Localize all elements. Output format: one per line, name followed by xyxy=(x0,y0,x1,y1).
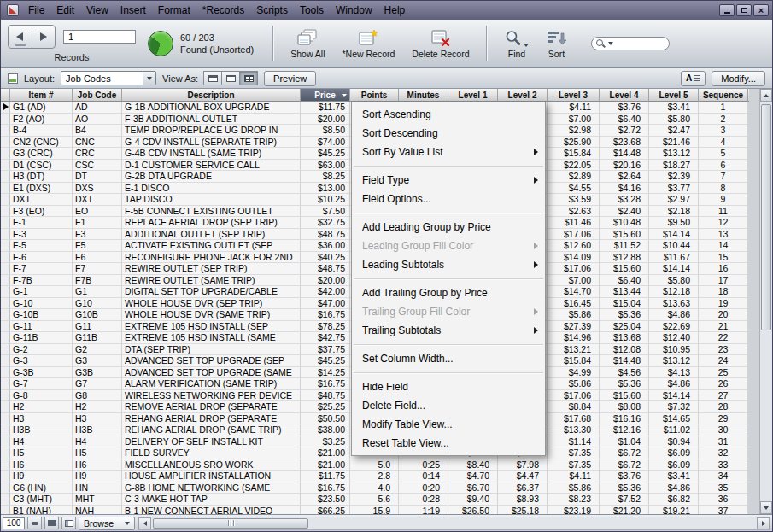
cell-level-4[interactable]: $4.16 xyxy=(600,183,649,195)
cell-level-4[interactable]: $15.60 xyxy=(600,229,649,241)
context-menu-item-modify-table-view[interactable]: Modify Table View... xyxy=(352,415,545,434)
cell-sequence[interactable]: 24 xyxy=(699,355,748,367)
table-view-button[interactable] xyxy=(239,71,258,85)
column-header-item[interactable]: Item # xyxy=(10,89,73,102)
cell-item[interactable]: G-2 xyxy=(10,344,73,356)
cell-level-4[interactable]: $15.04 xyxy=(600,298,649,310)
cell-price[interactable]: $16.75 xyxy=(301,378,350,390)
cell-job-code[interactable]: H3B xyxy=(73,424,122,436)
cell-item[interactable]: H6 xyxy=(10,459,73,471)
cell-level-4[interactable]: $14.48 xyxy=(600,148,649,160)
cell-level-3[interactable]: $23.19 xyxy=(548,506,600,515)
cell-description[interactable]: RECONFIGURE PHONE JACK FOR 2ND xyxy=(122,252,301,264)
cell-description[interactable]: ACTIVATE EXISTING OUTLET (SEP xyxy=(122,240,301,252)
cell-job-code[interactable]: B4 xyxy=(73,125,122,137)
cell-sequence[interactable]: 1 xyxy=(699,102,748,114)
cell-level-3[interactable]: $14.70 xyxy=(548,286,600,298)
cell-level-5[interactable]: $10.44 xyxy=(649,240,699,252)
cell-level-5[interactable]: $0.94 xyxy=(649,436,699,448)
zoom-level[interactable]: 100 xyxy=(3,517,25,529)
cell-level-5[interactable]: $12.40 xyxy=(649,332,699,344)
cell-description[interactable]: G-8B HOME NETWORKING (SAME xyxy=(122,482,301,494)
cell-sequence[interactable]: 25 xyxy=(699,367,748,379)
cell-price[interactable]: $37.75 xyxy=(301,344,350,356)
cell-job-code[interactable]: F7B xyxy=(73,275,122,287)
menubar-item-view[interactable]: View xyxy=(80,2,114,19)
cell-level-4[interactable]: $5.36 xyxy=(600,378,649,390)
vertical-scroll-thumb[interactable] xyxy=(761,104,771,330)
form-view-button[interactable] xyxy=(203,71,222,85)
cell-sequence[interactable]: 3 xyxy=(699,125,748,137)
cell-level-5[interactable]: $14.14 xyxy=(649,263,699,275)
cell-level-4[interactable]: $5.36 xyxy=(600,482,649,494)
cell-item[interactable]: H3 (DT) xyxy=(10,171,73,183)
column-header-points[interactable]: Points xyxy=(350,89,399,102)
cell-level-3[interactable]: $7.00 xyxy=(548,275,600,287)
cell-item[interactable]: DXT xyxy=(10,194,73,206)
menubar-item-tools[interactable]: Tools xyxy=(294,2,330,19)
sort-button[interactable]: Sort xyxy=(546,28,566,59)
cell-item[interactable]: H9 xyxy=(10,471,73,482)
cell-item[interactable]: G-11 xyxy=(10,321,73,333)
cell-level-5[interactable]: $2.97 xyxy=(649,194,699,206)
cell-job-code[interactable]: HN xyxy=(73,482,122,494)
cell-price[interactable]: $21.00 xyxy=(301,447,350,459)
record-number-field[interactable]: 1 xyxy=(63,30,136,44)
cell-level-5[interactable]: $18.27 xyxy=(649,160,699,172)
cell-points[interactable]: 2.8 xyxy=(350,471,399,482)
cell-sequence[interactable]: 33 xyxy=(699,459,748,471)
cell-price[interactable]: $63.00 xyxy=(301,160,350,172)
column-menu-arrow-icon[interactable] xyxy=(342,94,347,97)
cell-description[interactable]: DELIVERY OF SELF INSTALL KIT xyxy=(122,436,301,448)
context-menu-item-add-leading-group-by-price[interactable]: Add Leading Group by Price xyxy=(352,218,545,237)
cell-points[interactable]: 5.0 xyxy=(350,459,399,471)
cell-level-4[interactable]: $4.56 xyxy=(600,367,649,379)
cell-level-5[interactable]: $19.21 xyxy=(649,506,699,515)
cell-sequence[interactable]: 22 xyxy=(699,332,748,344)
cell-description[interactable]: HOUSE AMPLIFIER INSTALLATION xyxy=(122,471,301,482)
cell-level-5[interactable]: $6.09 xyxy=(649,447,699,459)
cell-price[interactable]: $40.25 xyxy=(301,252,350,264)
cell-level-4[interactable]: $6.40 xyxy=(600,114,649,126)
quick-find-input[interactable] xyxy=(591,37,670,50)
cell-item[interactable]: H3 xyxy=(10,413,73,425)
cell-minutes[interactable]: 0:28 xyxy=(399,494,448,506)
menubar-item-window[interactable]: Window xyxy=(330,2,378,19)
cell-price[interactable]: $11.75 xyxy=(301,102,350,114)
cell-description[interactable]: WIRELESS NETWORKING PER DEVICE xyxy=(122,390,301,402)
cell-level-2[interactable]: $4.47 xyxy=(498,471,548,482)
delete-record-button[interactable]: Delete Record xyxy=(412,28,469,59)
cell-sequence[interactable]: 15 xyxy=(699,252,748,264)
cell-description[interactable]: G-4 CDV INSTALL (SEPARATE TRIP) xyxy=(122,137,301,149)
cell-level-3[interactable]: $12.60 xyxy=(548,240,600,252)
cell-sequence[interactable]: 9 xyxy=(699,194,748,206)
cell-description[interactable]: TEMP DROP/REPLACE UG DROP IN xyxy=(122,125,301,137)
cell-price[interactable]: $16.75 xyxy=(301,309,350,321)
cell-sequence[interactable]: 23 xyxy=(699,344,748,356)
cell-level-5[interactable]: $11.67 xyxy=(649,252,699,264)
cell-job-code[interactable]: H9 xyxy=(73,471,122,482)
cell-sequence[interactable]: 21 xyxy=(699,321,748,333)
cell-job-code[interactable]: DXS xyxy=(73,183,122,195)
cell-description[interactable]: G-2B DTA UPGRADE xyxy=(122,171,301,183)
cell-sequence[interactable]: 7 xyxy=(699,171,748,183)
cell-item[interactable]: H3B xyxy=(10,424,73,436)
cell-description[interactable]: EXTREME 105 HSD INSTALL (SAME xyxy=(122,332,301,344)
cell-description[interactable]: WHOLE HOUSE DVR (SAME TRIP) xyxy=(122,309,301,321)
cell-job-code[interactable]: CNC xyxy=(73,137,122,149)
cell-level-1[interactable]: $4.70 xyxy=(448,471,498,482)
scroll-right-button[interactable] xyxy=(757,517,770,529)
cell-points[interactable]: 15.9 xyxy=(350,506,399,515)
cell-level-3[interactable]: $13.21 xyxy=(548,344,600,356)
cell-level-5[interactable]: $2.39 xyxy=(649,171,699,183)
cell-price[interactable]: $45.25 xyxy=(301,148,350,160)
cell-price[interactable]: $11.75 xyxy=(301,471,350,482)
cell-price[interactable]: $21.00 xyxy=(301,459,350,471)
cell-price[interactable]: $8.25 xyxy=(301,171,350,183)
cell-description[interactable]: DTA (SEP TRIP) xyxy=(122,344,301,356)
mode-popup[interactable]: Browse xyxy=(79,517,135,530)
cell-level-3[interactable]: $14.96 xyxy=(548,332,600,344)
cell-price[interactable]: $7.50 xyxy=(301,206,350,218)
cell-level-4[interactable]: $13.44 xyxy=(600,286,649,298)
show-all-button[interactable]: Show All xyxy=(290,28,325,59)
